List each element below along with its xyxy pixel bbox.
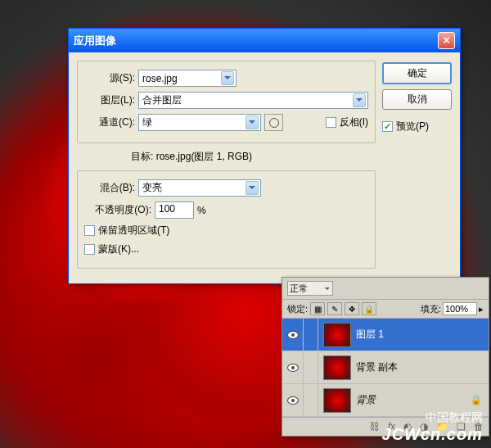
opacity-label: 不透明度(O): [84, 203, 151, 217]
layer-select[interactable]: 合并图层 [138, 92, 368, 109]
cancel-button[interactable]: 取消 [382, 89, 452, 110]
chevron-right-icon[interactable]: ▸ [479, 304, 484, 315]
lock-transparency-button[interactable]: ▦ [310, 302, 325, 315]
blend-label: 混合(B): [84, 181, 135, 195]
preserve-transparency-checkbox[interactable] [84, 225, 95, 236]
link-layers-icon[interactable]: ⛓ [370, 421, 380, 432]
lock-position-button[interactable]: ✥ [345, 302, 359, 315]
lock-icon: 🔒 [471, 395, 484, 405]
channel-select[interactable]: 绿 [138, 114, 261, 131]
source-label: 源(S): [84, 71, 135, 85]
fill-input[interactable]: 100% [443, 302, 477, 315]
preview-checkbox[interactable] [382, 121, 393, 132]
chevron-down-icon [246, 115, 259, 129]
layer-item[interactable]: 图层 1 [282, 319, 489, 351]
blend-mode-select[interactable]: 正常 [287, 281, 333, 296]
opacity-input[interactable]: 100 [155, 201, 194, 219]
lock-all-button[interactable]: 🔒 [362, 302, 376, 315]
chevron-down-icon [221, 71, 234, 85]
link-column[interactable] [304, 384, 318, 416]
circle-icon [269, 118, 279, 128]
lock-paint-button[interactable]: ✎ [327, 302, 342, 315]
mask-checkbox[interactable] [84, 244, 95, 255]
watermark: 中国教程网 JCWcn.com [382, 410, 483, 444]
layer-name: 图层 1 [356, 328, 489, 342]
mask-label: 蒙版(K)... [98, 242, 139, 256]
opacity-unit: % [197, 205, 206, 216]
apply-image-dialog: 应用图像 × 源(S): rose.jpg 图层(L): 合并图层 [68, 28, 461, 284]
layer-name: 背景 [356, 393, 471, 407]
target-row: 目标: rose.jpg(图层 1, RGB) [77, 150, 376, 164]
source-group: 源(S): rose.jpg 图层(L): 合并图层 通道(C): [77, 61, 376, 143]
lock-label: 锁定: [287, 303, 308, 315]
layer-name: 背景 副本 [356, 360, 489, 374]
watermark-en: JCWcn.com [382, 425, 483, 444]
link-column[interactable] [304, 351, 318, 383]
chevron-down-icon [353, 93, 366, 107]
eye-icon[interactable] [287, 396, 299, 405]
link-column[interactable] [304, 319, 318, 351]
layers-toolbar-2: 锁定: ▦ ✎ ✥ 🔒 填充: 100% ▸ [282, 300, 489, 319]
dialog-title: 应用图像 [74, 34, 438, 48]
layer-list: 图层 1 背景 副本 背景 🔒 [282, 319, 489, 417]
preview-label: 预览(P) [396, 120, 429, 133]
target-value: rose.jpg(图层 1, RGB) [156, 151, 252, 162]
channel-label: 通道(C): [84, 115, 135, 129]
invert-label: 反相(I) [340, 115, 368, 129]
close-button[interactable]: × [438, 32, 455, 49]
layer-thumbnail[interactable] [323, 388, 351, 413]
eye-icon[interactable] [287, 331, 299, 339]
blend-select[interactable]: 变亮 [138, 179, 261, 197]
channel-options-button[interactable] [264, 114, 283, 131]
target-label: 目标: [131, 151, 153, 162]
blend-group: 混合(B): 变亮 不透明度(O): 100 % 保留透明区域(T) [77, 170, 376, 269]
layer-thumbnail[interactable] [323, 355, 351, 380]
layer-label: 图层(L): [84, 93, 135, 107]
fill-label: 填充: [421, 303, 441, 315]
layer-thumbnail[interactable] [323, 323, 351, 347]
layers-toolbar-1: 正常 [282, 278, 489, 300]
layer-item[interactable]: 背景 副本 [282, 351, 489, 384]
watermark-cn: 中国教程网 [382, 410, 483, 425]
preserve-transparency-label: 保留透明区域(T) [98, 224, 169, 238]
eye-icon[interactable] [287, 364, 299, 372]
ok-button[interactable]: 确定 [382, 62, 452, 84]
chevron-down-icon [246, 181, 259, 195]
dialog-titlebar[interactable]: 应用图像 × [69, 29, 460, 52]
source-select[interactable]: rose.jpg [138, 70, 236, 87]
invert-checkbox[interactable] [326, 117, 336, 128]
